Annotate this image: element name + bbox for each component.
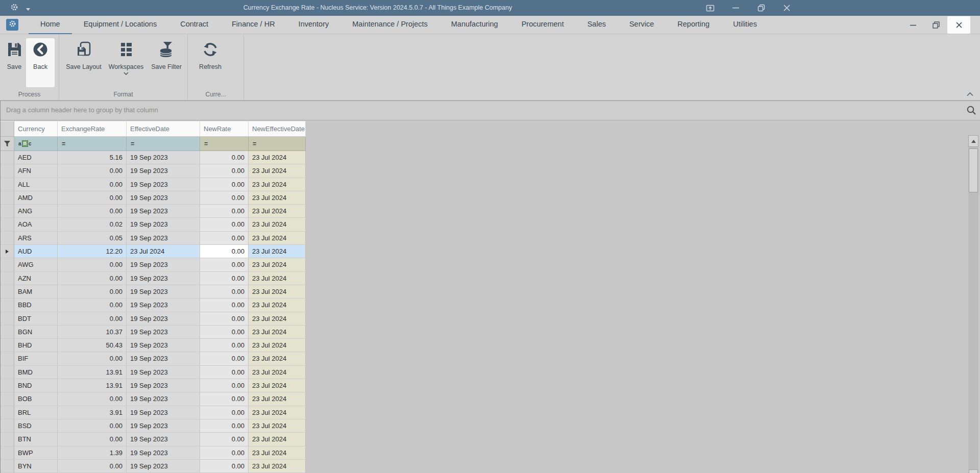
cell-currency[interactable]: BWP [14,446,58,460]
cell-exchange-rate[interactable]: 0.00 [58,205,127,218]
tab-finance-hr[interactable]: Finance / HR [220,16,287,34]
row-indicator[interactable] [1,460,14,473]
cell-new-effective-date[interactable]: 23 Jul 2024 [249,205,306,218]
cell-new-effective-date[interactable]: 23 Jul 2024 [249,433,306,446]
cell-effective-date[interactable]: 19 Sep 2023 [127,298,200,312]
cell-currency[interactable]: ALL [14,178,58,191]
row-indicator[interactable] [1,245,14,258]
cell-effective-date[interactable]: 19 Sep 2023 [127,164,200,178]
row-indicator[interactable] [1,178,14,191]
cell-currency[interactable]: ANG [14,205,58,218]
cell-currency[interactable]: AOA [14,218,58,231]
cell-new-effective-date[interactable]: 23 Jul 2024 [249,379,306,392]
cell-exchange-rate[interactable]: 0.00 [58,178,127,191]
cell-new-effective-date[interactable]: 23 Jul 2024 [249,326,306,339]
cell-exchange-rate[interactable]: 0.00 [58,433,127,446]
grid-row-bif[interactable]: BIF0.0019 Sep 20230.0023 Jul 2024 [1,352,306,365]
cell-new-rate[interactable]: 0.00 [200,205,249,218]
cell-new-rate[interactable]: 0.00 [200,285,249,298]
cell-new-rate[interactable]: 0.00 [200,433,249,446]
cell-currency[interactable]: BBD [14,298,58,312]
refresh-button[interactable]: Refresh [194,38,227,87]
row-indicator[interactable] [1,164,14,178]
cell-new-rate[interactable]: 0.00 [200,151,249,164]
tab-utilities[interactable]: Utilities [721,16,769,34]
column-header-neweffectivedate[interactable]: NewEffectiveDate [249,121,306,137]
cell-new-effective-date[interactable]: 23 Jul 2024 [249,339,306,352]
row-indicator[interactable] [1,218,14,231]
cell-effective-date[interactable]: 19 Sep 2023 [127,285,200,298]
grid-row-aoa[interactable]: AOA0.0219 Sep 20230.0023 Jul 2024 [1,218,306,231]
cell-exchange-rate[interactable]: 0.00 [58,392,127,406]
dock-window-icon[interactable] [703,0,717,16]
scrollbar-thumb[interactable] [969,148,978,192]
cell-effective-date[interactable]: 19 Sep 2023 [127,352,200,365]
cell-exchange-rate[interactable]: 0.00 [58,258,127,271]
row-indicator[interactable] [1,392,14,406]
cell-new-rate[interactable]: 0.00 [200,366,249,379]
cell-currency[interactable]: AFN [14,164,58,178]
grid-row-ang[interactable]: ANG0.0019 Sep 20230.0023 Jul 2024 [1,205,306,218]
cell-new-rate[interactable]: 0.00 [200,379,249,392]
save-layout-button[interactable]: Save Layout [63,38,104,87]
cell-new-rate[interactable]: 0.00 [200,392,249,406]
workspaces-button[interactable]: Workspaces [104,38,148,87]
grid-row-btn[interactable]: BTN0.0019 Sep 20230.0023 Jul 2024 [1,433,306,446]
grid-row-bsd[interactable]: BSD0.0019 Sep 20230.0023 Jul 2024 [1,419,306,433]
grid-row-azn[interactable]: AZN0.0019 Sep 20230.0023 Jul 2024 [1,272,306,285]
cell-new-rate[interactable]: 0.00 [200,312,249,326]
grid-row-ars[interactable]: ARS0.0519 Sep 20230.0023 Jul 2024 [1,232,306,245]
row-indicator[interactable] [1,205,14,218]
cell-currency[interactable]: AMD [14,191,58,205]
restore-window-icon[interactable] [754,0,768,16]
cell-exchange-rate[interactable]: 10.37 [58,326,127,339]
grid-row-bmd[interactable]: BMD13.9119 Sep 20230.0023 Jul 2024 [1,366,306,379]
row-indicator[interactable] [1,446,14,460]
filter-cell-exchangerate[interactable]: = [58,137,127,151]
cell-effective-date[interactable]: 19 Sep 2023 [127,151,200,164]
cell-new-effective-date[interactable]: 23 Jul 2024 [249,151,306,164]
workspaces-dropdown-chevron-icon[interactable] [124,72,129,80]
cell-exchange-rate[interactable]: 0.00 [58,272,127,285]
cell-effective-date[interactable]: 19 Sep 2023 [127,191,200,205]
grid-row-bnd[interactable]: BND13.9119 Sep 20230.0023 Jul 2024 [1,379,306,392]
search-icon[interactable] [966,105,976,115]
cell-currency[interactable]: BMD [14,366,58,379]
cell-new-rate[interactable]: 0.00 [200,298,249,312]
cell-currency[interactable]: BHD [14,339,58,352]
grid-row-all[interactable]: ALL0.0019 Sep 20230.0023 Jul 2024 [1,178,306,191]
row-indicator[interactable] [1,406,14,419]
grid-row-awg[interactable]: AWG0.0019 Sep 20230.0023 Jul 2024 [1,258,306,271]
cell-new-effective-date[interactable]: 23 Jul 2024 [249,285,306,298]
grid-row-bbd[interactable]: BBD0.0019 Sep 20230.0023 Jul 2024 [1,298,306,312]
cell-new-rate[interactable]: 0.00 [200,326,249,339]
grid-row-bwp[interactable]: BWP1.3919 Sep 20230.0023 Jul 2024 [1,446,306,460]
cell-exchange-rate[interactable]: 0.02 [58,218,127,231]
cell-new-effective-date[interactable]: 23 Jul 2024 [249,191,306,205]
cell-exchange-rate[interactable]: 0.00 [58,312,127,326]
cell-new-rate[interactable]: 0.00 [200,352,249,365]
cell-exchange-rate[interactable]: 0.00 [58,164,127,178]
app-menu-button[interactable] [6,19,18,31]
tab-reporting[interactable]: Reporting [666,16,721,34]
cell-effective-date[interactable]: 19 Sep 2023 [127,339,200,352]
cell-exchange-rate[interactable]: 3.91 [58,406,127,419]
tab-home[interactable]: Home [29,16,72,34]
row-indicator[interactable] [1,312,14,326]
cell-new-effective-date[interactable]: 23 Jul 2024 [249,406,306,419]
tab-contract[interactable]: Contract [168,16,220,34]
cell-currency[interactable]: AZN [14,272,58,285]
quick-access-dropdown-icon[interactable] [26,4,30,13]
tab-service[interactable]: Service [618,16,666,34]
cell-currency[interactable]: BGN [14,326,58,339]
cell-new-effective-date[interactable]: 23 Jul 2024 [249,366,306,379]
cell-effective-date[interactable]: 19 Sep 2023 [127,178,200,191]
grid-row-brl[interactable]: BRL3.9119 Sep 20230.0023 Jul 2024 [1,406,306,419]
cell-effective-date[interactable]: 19 Sep 2023 [127,433,200,446]
cell-new-rate[interactable]: 0.00 [200,218,249,231]
cell-exchange-rate[interactable]: 5.16 [58,151,127,164]
cell-effective-date[interactable]: 19 Sep 2023 [127,205,200,218]
ribbon-collapse-chevron-icon[interactable] [966,90,974,96]
row-indicator[interactable] [1,272,14,285]
row-indicator[interactable] [1,366,14,379]
